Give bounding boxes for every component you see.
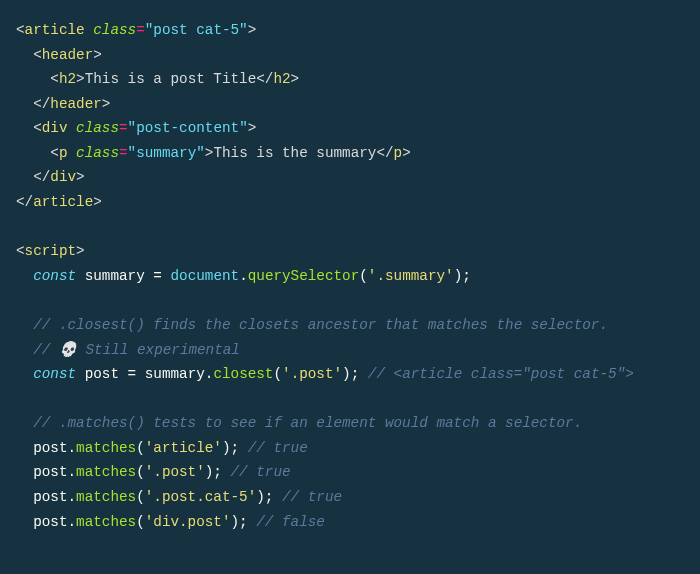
text-content: This is the summary — [213, 145, 376, 161]
tag: h2 — [59, 71, 76, 87]
comment: // .closest() finds the closets ancestor… — [33, 317, 608, 333]
comment: // false — [256, 514, 325, 530]
text-content: This is a post Title — [85, 71, 257, 87]
var: post — [85, 366, 119, 382]
keyword: const — [33, 268, 76, 284]
tag: article — [33, 194, 93, 210]
tag: article — [25, 22, 85, 38]
var: summary — [85, 268, 145, 284]
attr: class — [76, 145, 119, 161]
comment: // <article class="post cat-5"> — [368, 366, 634, 382]
function: querySelector — [248, 268, 360, 284]
comment: // .matches() tests to see if an element… — [33, 415, 582, 431]
comment: // true — [231, 464, 291, 480]
tag: div — [42, 120, 68, 136]
comment: // true — [248, 440, 308, 456]
function: matches — [76, 440, 136, 456]
emoji-icon: 💀 — [59, 342, 77, 358]
attr-value: "post cat-5" — [145, 22, 248, 38]
keyword: const — [33, 366, 76, 382]
attr: class — [76, 120, 119, 136]
string: 'article' — [145, 440, 222, 456]
comment: // — [33, 342, 59, 358]
attr: class — [93, 22, 136, 38]
function: matches — [76, 514, 136, 530]
comment: // true — [282, 489, 342, 505]
attr-value: "summary" — [128, 145, 205, 161]
object: document — [170, 268, 239, 284]
tag: header — [42, 47, 93, 63]
tag: div — [50, 169, 76, 185]
function: closest — [213, 366, 273, 382]
angle: < — [16, 22, 25, 38]
function: matches — [76, 489, 136, 505]
string: 'div.post' — [145, 514, 231, 530]
tag: p — [59, 145, 68, 161]
string: '.summary' — [368, 268, 454, 284]
function: matches — [76, 464, 136, 480]
tag: script — [25, 243, 76, 259]
attr-value: "post-content" — [128, 120, 248, 136]
tag: header — [50, 96, 101, 112]
string: '.post' — [282, 366, 342, 382]
string: '.post.cat-5' — [145, 489, 257, 505]
code-block: <article class="post cat-5"> <header> <h… — [16, 18, 684, 534]
string: '.post' — [145, 464, 205, 480]
